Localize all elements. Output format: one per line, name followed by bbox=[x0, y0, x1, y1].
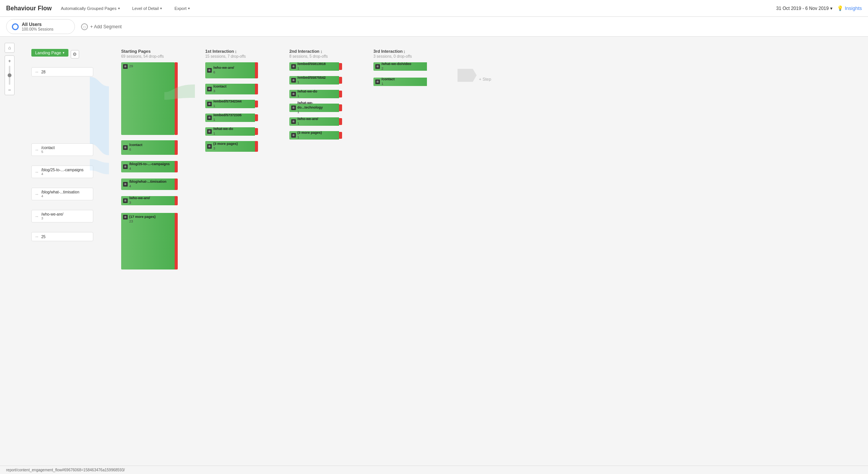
add-step-area: + Step bbox=[458, 69, 496, 82]
drop-bar bbox=[339, 91, 342, 97]
arrow-icon: ↔ bbox=[35, 70, 39, 74]
zoom-track bbox=[9, 66, 10, 85]
second-interaction-column: 2nd Interaction ℹ 8 sessions, 5 drop-off… bbox=[289, 49, 349, 462]
second-bar-embed-55875542[interactable]: ⊞ /embed/55875542 1 bbox=[289, 76, 349, 84]
add-step-button[interactable]: + Step bbox=[479, 77, 491, 81]
zoom-out-button[interactable]: − bbox=[5, 86, 15, 94]
starting-pages-column: Starting Pages 69 sessions, 54 drop-offs… bbox=[121, 49, 180, 462]
segment-indicator bbox=[12, 23, 19, 30]
starting-bar-more-pages[interactable]: ⊞ (17 more pages) 23 bbox=[121, 213, 180, 269]
landing-node-contact[interactable]: ↔ /contact 5 bbox=[31, 143, 93, 156]
page-icon: ⊞ bbox=[207, 68, 212, 73]
add-step-column: + Step bbox=[458, 49, 496, 462]
first-bar-more-pages[interactable]: ⊞ (3 more pages) 3 bbox=[205, 141, 264, 152]
second-bar-embed-55813918[interactable]: ⊞ /embed/55813918 1 bbox=[289, 62, 349, 71]
segment-bar: All Users 100.00% Sessions ○ + Add Segme… bbox=[0, 17, 868, 37]
first-bar-embed-57342344[interactable]: ⊞ /embed/57342344 1 bbox=[205, 100, 264, 108]
page-icon: ⊞ bbox=[291, 64, 296, 69]
page-icon: ⊞ bbox=[291, 106, 296, 110]
insights-icon: 💡 bbox=[837, 5, 843, 11]
page-icon: ⊞ bbox=[375, 80, 380, 84]
insights-button[interactable]: 💡 Insights bbox=[837, 5, 862, 11]
starting-bar-contact[interactable]: ⊞ /contact 6 bbox=[121, 140, 180, 155]
auto-grouped-pages-button[interactable]: Automatically Grouped Pages ▾ bbox=[58, 5, 123, 12]
first-bar-embed-57372335[interactable]: ⊞ /embed/57372335 1 bbox=[205, 114, 264, 122]
export-button[interactable]: Export ▾ bbox=[171, 5, 193, 12]
landing-filter-row: Landing Page ▾ ⚙ bbox=[31, 49, 93, 60]
second-bar-what-we-do-technology[interactable]: ⊞ /what-we-do...technology 1 bbox=[289, 104, 349, 112]
landing-node-blog-optimisation[interactable]: ↔ /blog/what-...timisation 4 bbox=[31, 188, 93, 200]
drop-bar bbox=[339, 104, 342, 111]
landing-node-blog-campaigns[interactable]: ↔ /blog/25-to-...-campaigns 4 bbox=[31, 166, 93, 178]
third-interaction-column: 3rd Interaction ℹ 3 sessions, 0 drop-off… bbox=[373, 49, 433, 462]
first-bar-who-we-are[interactable]: ⊞ /who-we-are/ 6 bbox=[205, 62, 264, 78]
arrow-icon: ↔ bbox=[35, 192, 39, 196]
step-arrow-icon bbox=[458, 69, 477, 82]
page-icon: ⊞ bbox=[207, 144, 212, 149]
zoom-in-button[interactable]: + bbox=[5, 57, 15, 65]
third-bar-contact[interactable]: ⊞ /contact 1 bbox=[373, 78, 433, 86]
zoom-controls: + − bbox=[5, 55, 15, 95]
starting-bar-blog-optimisation[interactable]: ⊞ /blog/what-...timisation 4 bbox=[121, 179, 180, 190]
page-icon: ⊞ bbox=[291, 119, 296, 124]
status-bar: report/content_engagement_flow#69676068=… bbox=[0, 466, 868, 474]
starting-bar-blog-campaigns[interactable]: ⊞ /blog/25-to-...-campaigns 4 bbox=[121, 161, 180, 172]
starting-bar-who-we-are[interactable]: ⊞ /who-we-are/ 3 bbox=[121, 196, 180, 205]
drop-bar bbox=[255, 141, 258, 152]
landing-node-28[interactable]: ↔ 28 bbox=[31, 67, 93, 76]
flow-visualization: Landing Page ▾ ⚙ ↔ 28 ↔ /cont bbox=[5, 41, 578, 469]
drop-bar bbox=[175, 213, 178, 269]
drop-bar bbox=[255, 101, 258, 107]
drop-bar bbox=[339, 118, 342, 125]
drop-bar bbox=[255, 84, 258, 94]
settings-button[interactable]: ⚙ bbox=[71, 50, 79, 58]
first-bar-what-we-do[interactable]: ⊞ /what-we-do 1 bbox=[205, 127, 264, 136]
top-bar-left: Behaviour Flow Automatically Grouped Pag… bbox=[6, 5, 193, 12]
segment-text: All Users 100.00% Sessions bbox=[22, 22, 54, 31]
second-bar-who-we-are[interactable]: ⊞ /who-we-are/ 1 bbox=[289, 117, 349, 126]
landing-page-column: Landing Page ▾ ⚙ ↔ 28 ↔ /cont bbox=[31, 49, 96, 462]
arrow-icon: ↔ bbox=[35, 234, 39, 239]
col-spacer-5 bbox=[433, 49, 458, 462]
zoom-thumb bbox=[8, 73, 11, 77]
drop-bar bbox=[339, 63, 342, 70]
add-segment-button[interactable]: ○ + Add Segment bbox=[81, 23, 122, 30]
landing-node-25[interactable]: ↔ 25 bbox=[31, 232, 93, 241]
page-icon: ⊞ bbox=[123, 164, 128, 169]
home-button[interactable]: ⌂ bbox=[5, 43, 15, 53]
landing-node-who-we-are[interactable]: ↔ /who-we-are/ 3 bbox=[31, 210, 93, 222]
drop-bar bbox=[255, 114, 258, 121]
drop-bar bbox=[175, 179, 178, 190]
drop-bar bbox=[175, 196, 178, 205]
chevron-down-icon: ▾ bbox=[118, 6, 120, 10]
first-bar-contact[interactable]: ⊞ /contact 3 bbox=[205, 84, 264, 94]
arrow-icon: ↔ bbox=[35, 148, 39, 152]
col-spacer-3 bbox=[264, 49, 289, 462]
col-spacer-2 bbox=[180, 49, 205, 462]
first-interaction-column: 1st Interaction ℹ 15 sessions, 7 drop-of… bbox=[205, 49, 264, 462]
arrow-icon: ↔ bbox=[35, 170, 39, 174]
flow-area: ⌂ + − Landing Page ▾ ⚙ ↔ bbox=[0, 37, 868, 474]
level-of-detail-button[interactable]: Level of Detail ▾ bbox=[129, 5, 165, 12]
landing-page-filter[interactable]: Landing Page ▾ bbox=[31, 49, 68, 57]
starting-bar-29[interactable]: ⊞ 29 bbox=[121, 62, 180, 135]
second-bar-more-pages[interactable]: ⊞ (3 more pages) 1 bbox=[289, 131, 349, 140]
drop-bar bbox=[175, 140, 178, 155]
all-users-segment[interactable]: All Users 100.00% Sessions bbox=[6, 19, 75, 34]
page-icon: ⊞ bbox=[207, 115, 212, 120]
page-title: Behaviour Flow bbox=[6, 5, 52, 12]
third-bar-what-we-do-video[interactable]: ⊞ /what-we-do/video 2 bbox=[373, 62, 433, 71]
drop-bar bbox=[255, 128, 258, 135]
page-icon: ⊞ bbox=[123, 198, 128, 203]
date-range-picker[interactable]: 31 Oct 2019 - 6 Nov 2019 ▾ bbox=[776, 6, 832, 11]
drop-bar bbox=[339, 132, 342, 139]
page-icon: ⊞ bbox=[207, 87, 212, 91]
info-icon: ℹ bbox=[404, 50, 405, 54]
second-bar-what-we-do[interactable]: ⊞ /what-we-do 1 bbox=[289, 90, 349, 98]
col-spacer-1 bbox=[96, 49, 121, 462]
chevron-down-icon: ▾ bbox=[63, 51, 65, 55]
info-icon: ℹ bbox=[321, 50, 322, 54]
page-icon: ⊞ bbox=[207, 129, 212, 134]
page-icon: ⊞ bbox=[375, 64, 380, 69]
page-icon: ⊞ bbox=[291, 133, 296, 138]
